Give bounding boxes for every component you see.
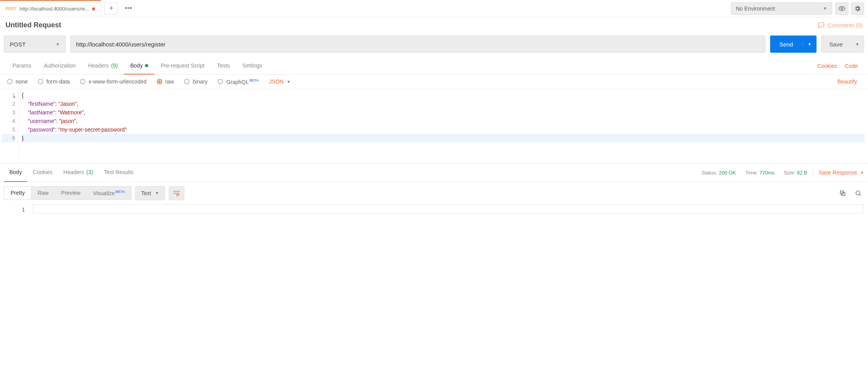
body-type-form-data[interactable]: form-data: [38, 78, 70, 85]
tab-body[interactable]: Body: [124, 57, 154, 75]
label: binary: [193, 78, 207, 85]
top-tab-bar: POST http://localhost:4000/users/re... +…: [0, 0, 868, 17]
size-label: Size:: [784, 170, 795, 176]
has-body-dot-icon: [145, 64, 148, 67]
tab-authorization[interactable]: Authorization: [37, 57, 82, 75]
editor-gutter: 1▼ 2 3 4 5 6: [0, 89, 19, 163]
tab-settings[interactable]: Settings: [236, 57, 268, 75]
label: Test Results: [104, 169, 134, 175]
tab-tests[interactable]: Tests: [211, 57, 236, 75]
body-type-xwww[interactable]: x-www-form-urlencoded: [80, 78, 147, 85]
editor-code[interactable]: { "firstName": "Jason", "lastName": "Wat…: [19, 89, 868, 163]
label: Headers: [88, 62, 109, 69]
label: Body: [9, 169, 22, 175]
copy-icon: [839, 190, 846, 197]
body-type-raw[interactable]: raw: [157, 78, 174, 85]
response-format-select[interactable]: Text ▼: [135, 186, 165, 200]
svg-line-5: [859, 194, 861, 196]
line-number: 2: [12, 101, 15, 107]
response-meta: Status:200 OK Time:770ms Size:92 B: [701, 170, 807, 176]
save-button[interactable]: Save ▼: [821, 36, 864, 53]
view-visualize[interactable]: VisualizeBETA: [87, 187, 131, 199]
label: form-data: [46, 78, 70, 85]
request-title[interactable]: Untitled Request: [5, 21, 61, 29]
search-response-button[interactable]: [852, 187, 864, 199]
request-section-tabs: Params Authorization Headers(9) Body Pre…: [0, 57, 868, 75]
tab-headers[interactable]: Headers(9): [82, 57, 124, 75]
label: raw: [165, 78, 174, 85]
status-label: Status:: [701, 170, 717, 176]
url-input[interactable]: [70, 36, 765, 53]
save-dropdown[interactable]: ▼: [850, 42, 864, 46]
comment-icon: [818, 22, 825, 29]
beta-badge: BETA: [115, 190, 125, 194]
body-type-binary[interactable]: binary: [184, 78, 207, 85]
http-method-select[interactable]: POST ▼: [4, 36, 66, 53]
comments-label: Comments (0): [828, 22, 863, 28]
tab-more-button[interactable]: •••: [121, 2, 135, 15]
view-preview[interactable]: Preview: [55, 187, 87, 199]
request-body-editor[interactable]: 1▼ 2 3 4 5 6 { "firstName": "Jason", "la…: [0, 89, 868, 164]
send-button[interactable]: Send ▼: [770, 36, 817, 53]
environment-select[interactable]: No Environment ▼: [731, 2, 832, 15]
comments-button[interactable]: Comments (0): [818, 22, 863, 29]
headers-count: (3): [86, 169, 93, 175]
label: GraphQL: [226, 79, 249, 85]
chevron-down-icon: ▼: [155, 191, 159, 195]
environment-label: No Environment: [736, 5, 775, 12]
environment-quicklook-button[interactable]: [835, 2, 849, 15]
body-type-row: none form-data x-www-form-urlencoded raw…: [0, 75, 868, 89]
view-pretty[interactable]: Pretty: [4, 187, 32, 199]
copy-response-button[interactable]: [837, 187, 849, 199]
radio-icon: [7, 79, 12, 84]
headers-count: (9): [111, 62, 118, 69]
label: Headers: [64, 169, 84, 175]
code-text: "jason": [59, 118, 76, 124]
response-body-editor[interactable]: 1: [0, 204, 868, 220]
resp-tab-headers[interactable]: Headers(3): [58, 164, 99, 182]
tab-prerequest[interactable]: Pre-request Script: [154, 57, 211, 75]
radio-icon: [157, 79, 162, 84]
label: Body: [130, 62, 143, 69]
save-label: Save: [822, 41, 850, 48]
cookies-link[interactable]: Cookies: [813, 63, 841, 69]
method-value: POST: [10, 41, 26, 48]
unsaved-dot-icon: [92, 7, 95, 11]
resp-tab-cookies[interactable]: Cookies: [27, 164, 58, 182]
tab-params[interactable]: Params: [6, 57, 37, 75]
label: x-www-form-urlencoded: [89, 78, 147, 85]
body-type-none[interactable]: none: [7, 78, 28, 85]
view-raw[interactable]: Raw: [32, 187, 55, 199]
request-tab[interactable]: POST http://localhost:4000/users/re...: [0, 0, 101, 17]
time-label: Time:: [746, 170, 758, 176]
label: Save Response: [818, 169, 857, 176]
wrap-lines-button[interactable]: [169, 186, 184, 200]
time-value: 770ms: [760, 170, 775, 176]
code-text: "firstName": [28, 101, 55, 107]
send-dropdown[interactable]: ▼: [802, 42, 817, 46]
response-toolbar: Pretty Raw Preview VisualizeBETA Text ▼: [0, 182, 868, 204]
resp-tab-test-results[interactable]: Test Results: [99, 164, 139, 182]
label: none: [16, 78, 28, 85]
url-bar: POST ▼ Send ▼ Save ▼: [0, 31, 868, 57]
tab-url-text: http://localhost:4000/users/re...: [19, 6, 89, 12]
chevron-down-icon: ▼: [56, 42, 60, 46]
resp-tab-body[interactable]: Body: [4, 164, 27, 182]
save-response-button[interactable]: Save Response ▼: [818, 169, 864, 176]
new-tab-button[interactable]: +: [104, 2, 118, 15]
code-link[interactable]: Code: [841, 63, 862, 69]
settings-button[interactable]: [851, 2, 864, 15]
label: Visualize: [93, 190, 115, 196]
radio-icon: [184, 79, 190, 84]
body-type-graphql[interactable]: GraphQLBETA: [218, 78, 259, 85]
plus-icon: +: [109, 4, 113, 12]
chevron-down-icon: ▼: [808, 42, 811, 46]
response-body-content[interactable]: [33, 204, 863, 215]
ellipsis-icon: •••: [125, 4, 132, 12]
beautify-link[interactable]: Beautify: [833, 78, 861, 85]
divider: [813, 169, 813, 176]
code-text: "lastName": [28, 109, 55, 116]
label: Params: [12, 62, 31, 69]
request-title-row: Untitled Request Comments (0): [0, 17, 868, 31]
raw-content-type-select[interactable]: JSON ▼: [269, 78, 291, 85]
